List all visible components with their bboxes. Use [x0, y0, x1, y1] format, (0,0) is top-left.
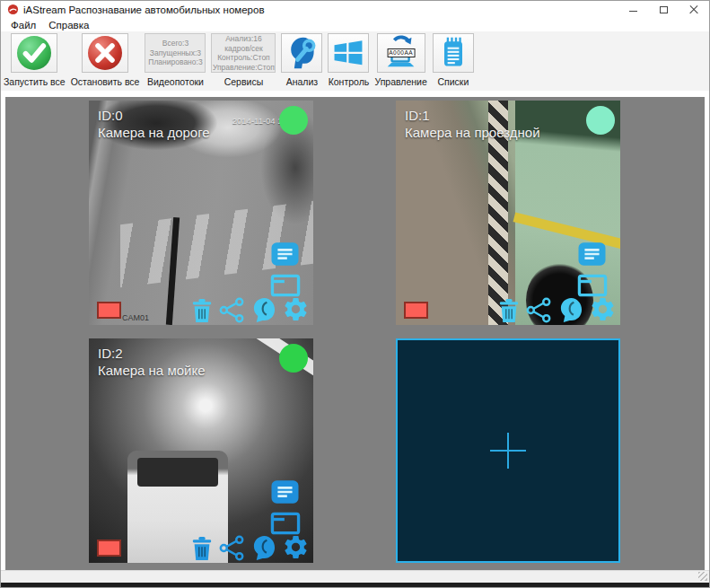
record-indicator — [97, 540, 121, 557]
control-label: Контроль — [329, 76, 370, 87]
management-label: Управление — [374, 76, 426, 87]
analysis-label: Анализ — [286, 76, 318, 87]
start-all-check-icon — [17, 36, 51, 70]
share-icon[interactable] — [219, 297, 245, 323]
gear-icon[interactable] — [282, 533, 310, 561]
feed-decor — [137, 458, 218, 487]
camera-label: ID:2 Камера на мойке — [98, 345, 206, 379]
trash-icon[interactable] — [190, 298, 214, 323]
license-plate-badge: A000AA — [387, 48, 415, 57]
report-icon[interactable] — [577, 241, 607, 268]
notepad-icon — [435, 35, 471, 71]
camera-label: ID:0 Камера на дороге — [98, 107, 210, 141]
maximize-button[interactable] — [648, 1, 679, 18]
gear-icon[interactable] — [282, 295, 310, 323]
start-all-item: Запустить все — [4, 33, 66, 87]
lists-label: Списки — [437, 76, 469, 87]
bottom-edge — [1, 583, 709, 587]
add-camera-tile[interactable] — [396, 338, 620, 563]
camera-actions — [190, 533, 310, 561]
trash-icon[interactable] — [497, 298, 521, 323]
close-button[interactable] — [679, 1, 709, 18]
record-indicator — [404, 302, 428, 319]
share-icon[interactable] — [526, 297, 552, 323]
report-icon[interactable] — [270, 241, 300, 268]
services-panel-label: Сервисы — [224, 76, 264, 87]
status-dot — [279, 344, 308, 373]
camera-grid: ID:0 Камера на дороге 2014-11-04 13:31:5… — [5, 97, 705, 575]
stop-all-label: Остановить все — [71, 76, 140, 87]
minimize-icon — [629, 11, 637, 12]
services-control: Контроль:Стоп — [217, 53, 270, 63]
services-panel-item: Анализ:16 кадров/сек Контроль:Стоп Управ… — [211, 33, 276, 87]
services-analysis: Анализ:16 — [225, 34, 262, 44]
start-all-label: Запустить все — [4, 76, 66, 87]
streams-info-panel: Всего:3 Запущенных:3 Планировано:3 — [145, 33, 206, 73]
analysis-item: Анализ — [281, 33, 322, 87]
control-item: Контроль — [328, 33, 369, 87]
menu-bar: Файл Справка — [1, 18, 709, 31]
plus-icon — [398, 340, 618, 561]
menu-help[interactable]: Справка — [42, 20, 95, 31]
lists-button[interactable] — [433, 33, 474, 73]
camera-name: Камера на мойке — [98, 362, 206, 379]
camera-name: Камера на проездной — [405, 124, 540, 141]
stop-all-button[interactable] — [82, 33, 128, 73]
window-icon[interactable] — [576, 273, 609, 298]
window-controls — [618, 1, 709, 18]
camera-tile-0[interactable]: ID:0 Камера на дороге 2014-11-04 13:31:5… — [89, 101, 313, 325]
trash-icon[interactable] — [190, 536, 214, 561]
gear-icon[interactable] — [589, 295, 617, 323]
plus-icon-bar — [490, 450, 526, 452]
management-button[interactable]: A000AA — [377, 33, 425, 73]
head-wrench-icon — [284, 35, 320, 71]
start-all-button[interactable] — [11, 33, 57, 73]
window-icon[interactable] — [269, 273, 302, 298]
lists-item: Списки — [433, 33, 474, 87]
record-indicator — [97, 302, 121, 319]
camera-label: ID:1 Камера на проездной — [405, 107, 540, 141]
control-button[interactable] — [328, 33, 369, 73]
streams-panel-label: Видеопотоки — [147, 76, 204, 87]
status-bar — [1, 570, 709, 583]
management-item: A000AA Управление — [374, 33, 426, 87]
report-icon[interactable] — [270, 478, 300, 505]
head-icon[interactable] — [250, 535, 276, 561]
toolbar: Запустить все Остановить все Всего:3 Зап… — [1, 31, 709, 91]
camera-tile-2[interactable]: ID:2 Камера на мойке — [89, 338, 313, 563]
share-icon[interactable] — [219, 535, 245, 561]
analysis-button[interactable] — [281, 33, 322, 73]
window-title: iAStream Распознавание автомобильных ном… — [23, 4, 265, 15]
streams-total: Всего:3 — [162, 39, 188, 48]
resize-grip-icon[interactable] — [698, 572, 707, 581]
close-icon — [689, 5, 698, 14]
streams-panel-item: Всего:3 Запущенных:3 Планировано:3 Видео… — [145, 33, 206, 87]
stop-all-item: Остановить все — [71, 33, 140, 87]
services-management: Управление:Стоп — [213, 63, 275, 73]
window-icon[interactable] — [269, 511, 302, 536]
windows-logo-icon — [330, 35, 366, 71]
maximize-icon — [660, 6, 668, 13]
services-fps: кадров/сек — [224, 44, 263, 54]
services-info-panel: Анализ:16 кадров/сек Контроль:Стоп Управ… — [211, 33, 276, 73]
camera-actions — [190, 295, 310, 323]
camera-tile-1[interactable]: ID:1 Камера на проездной — [396, 101, 620, 325]
menu-file[interactable]: Файл — [4, 20, 42, 31]
head-icon[interactable] — [250, 297, 276, 323]
app-icon — [7, 4, 19, 15]
status-dot — [279, 106, 308, 135]
head-icon[interactable] — [557, 297, 583, 323]
minimize-button[interactable] — [618, 1, 648, 18]
streams-running: Запущенных:3 — [150, 48, 201, 58]
camera-actions — [497, 295, 617, 323]
title-bar: iAStream Распознавание автомобильных ном… — [1, 1, 709, 18]
camera-id: ID:1 — [405, 107, 540, 124]
camera-id: ID:2 — [98, 345, 206, 362]
streams-planned: Планировано:3 — [148, 57, 202, 67]
stop-all-cross-icon — [88, 36, 122, 70]
status-dot — [586, 106, 615, 135]
camera-name: Камера на дороге — [98, 124, 210, 141]
camera-id: ID:0 — [98, 107, 210, 124]
camera-watermark: CAM01 — [122, 313, 149, 322]
